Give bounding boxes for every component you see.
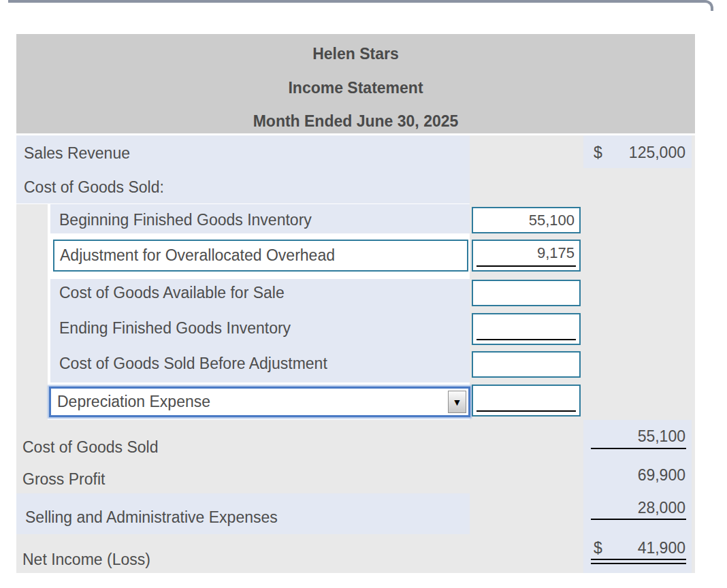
selling-admin-label: Selling and Administrative Expenses (25, 508, 278, 527)
cogs-total-underline (591, 448, 686, 449)
indent-column-background (16, 204, 48, 420)
beginning-inventory-amount-value: 55,100 (529, 212, 575, 229)
net-income-label: Net Income (Loss) (22, 550, 150, 569)
selling-admin-underline (591, 519, 686, 520)
gross-profit-label: Gross Profit (22, 470, 105, 489)
adjustment-account-input-value: Adjustment for Overallocated Overhead (60, 246, 335, 265)
statement-period: Month Ended June 30, 2025 (16, 112, 695, 130)
sales-currency-symbol: $ (594, 143, 602, 162)
account-select-dropdown[interactable]: Depreciation Expense ▼ (49, 387, 470, 417)
adjustment-amount-input[interactable]: 9,175 (472, 240, 581, 272)
ending-inventory-label: Ending Finished Goods Inventory (59, 318, 291, 338)
cogs-before-adjustment-label: Cost of Goods Sold Before Adjustment (59, 354, 327, 373)
net-income-double-underline-top (591, 559, 686, 560)
selling-admin-amount-value: 28,000 (638, 499, 685, 517)
dropdown-button[interactable]: ▼ (448, 391, 466, 413)
beginning-inventory-amount-input[interactable]: 55,100 (472, 207, 581, 233)
net-income-amount-value: 41,900 (638, 539, 685, 557)
cogs-total-amount: 55,100 (583, 427, 692, 446)
adjustment-account-input[interactable]: Adjustment for Overallocated Overhead (53, 240, 468, 272)
gross-profit-amount: 69,900 (583, 466, 692, 485)
net-income-double-underline-bottom (591, 563, 686, 564)
net-income-amount: $ 41,900 (583, 538, 692, 557)
statement-title: Income Statement (16, 79, 695, 97)
account-select-selected-value: Depreciation Expense (57, 393, 210, 411)
account-select-amount-underline (476, 410, 576, 412)
company-name: Helen Stars (16, 45, 695, 63)
cogs-before-amount-input[interactable] (472, 351, 581, 378)
adjustment-amount-underline (476, 265, 576, 267)
adjustment-amount-value: 9,175 (537, 244, 575, 261)
gross-profit-amount-value: 69,900 (638, 466, 685, 484)
dropdown-arrow-icon: ▼ (453, 397, 462, 408)
goods-available-amount-input[interactable] (472, 280, 581, 306)
net-income-currency-symbol: $ (594, 538, 602, 557)
beginning-inventory-label: Beginning Finished Goods Inventory (59, 210, 312, 229)
statement-header: Helen Stars Income Statement Month Ended… (16, 34, 695, 133)
sales-amount-value: 125,000 (629, 144, 685, 161)
selling-admin-amount: 28,000 (583, 498, 692, 517)
ending-inventory-amount-input[interactable] (472, 313, 581, 345)
ending-inventory-amount-underline (476, 339, 576, 340)
cogs-total-amount-value: 55,100 (638, 427, 685, 445)
sales-revenue-label: Sales Revenue (24, 144, 130, 163)
cogs-total-label: Cost of Goods Sold (22, 438, 158, 457)
sales-amount: $ 125,000 (583, 143, 692, 162)
account-select-amount-input[interactable] (472, 385, 581, 416)
panel-top-border (8, 0, 713, 11)
cogs-section-label: Cost of Goods Sold: (24, 178, 164, 197)
goods-available-label: Cost of Goods Available for Sale (59, 283, 285, 302)
income-statement-worksheet: Helen Stars Income Statement Month Ended… (0, 0, 727, 588)
